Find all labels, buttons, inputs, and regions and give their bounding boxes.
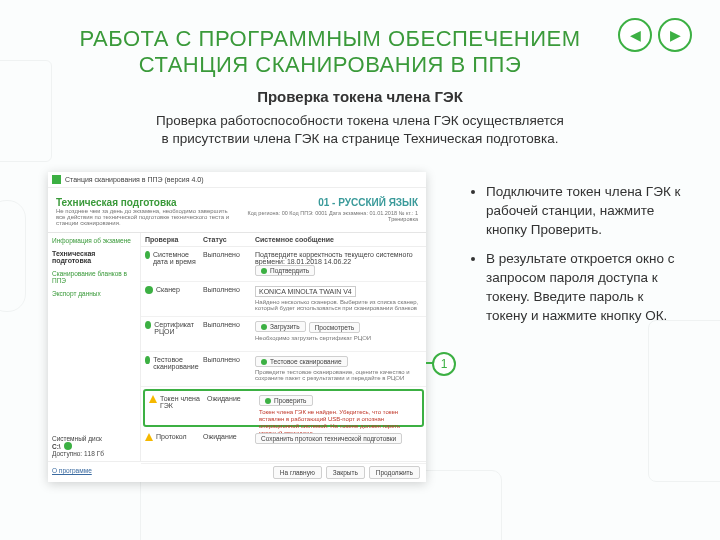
check-token-button[interactable]: Проверить bbox=[259, 395, 313, 406]
ok-icon bbox=[145, 286, 153, 294]
next-slide-button[interactable]: ▶ bbox=[658, 18, 692, 52]
continue-button[interactable]: Продолжить bbox=[369, 466, 420, 479]
warn-icon bbox=[145, 433, 153, 441]
sidebar-item-tech-active[interactable]: Техническая подготовка bbox=[52, 250, 136, 264]
home-button[interactable]: На главную bbox=[273, 466, 322, 479]
title-line-2: СТАНЦИЯ СКАНИРОВАНИЯ В ППЭ bbox=[139, 52, 521, 77]
slide-description: Проверка работоспособности токена члена … bbox=[0, 112, 720, 148]
row-protocol: Протокол Ожидание Сохранить протокол тех… bbox=[141, 429, 426, 464]
ok-icon bbox=[145, 356, 150, 364]
footer-bar: На главную Закрыть Продолжить bbox=[48, 461, 426, 483]
instruction-item: В результате откроется окно с запросом п… bbox=[486, 249, 686, 325]
window-titlebar: Станция сканирования в ППЭ (версия 4.0) bbox=[48, 172, 426, 188]
confirm-button[interactable]: Подтвердить bbox=[255, 265, 315, 276]
close-button[interactable]: Закрыть bbox=[326, 466, 365, 479]
disk-ok-icon bbox=[64, 442, 72, 450]
test-scan-button[interactable]: Тестовое сканирование bbox=[255, 356, 348, 367]
sidebar-item-scan[interactable]: Сканирование бланков в ППЭ bbox=[52, 270, 136, 284]
ok-icon bbox=[145, 321, 151, 329]
exam-info: Код региона: 00 Код ППЭ: 0001 Дата экзам… bbox=[236, 210, 418, 222]
page-subtitle: Не позднее чем за день до экзамена, необ… bbox=[56, 208, 236, 226]
row-test-scan: Тестовое сканирование Выполнено Тестовое… bbox=[141, 352, 426, 387]
title-line-1: РАБОТА С ПРОГРАММНЫМ ОБЕСПЕЧЕНИЕМ bbox=[79, 26, 580, 51]
page-title: Техническая подготовка bbox=[56, 197, 236, 208]
window-title: Станция сканирования в ППЭ (версия 4.0) bbox=[65, 176, 203, 183]
scanner-select[interactable]: KONICA MINOLTA TWAIN V4 bbox=[255, 286, 356, 297]
instruction-list: Подключите токен члена ГЭК к рабочей ста… bbox=[468, 182, 686, 335]
save-protocol-button[interactable]: Сохранить протокол технической подготовк… bbox=[255, 433, 402, 444]
about-link[interactable]: О программе bbox=[52, 467, 92, 474]
view-cert-button[interactable]: Просмотреть bbox=[309, 322, 360, 333]
app-icon bbox=[52, 175, 61, 184]
disk-info: Системный диск C:\ Доступно: 118 Гб bbox=[52, 435, 136, 457]
table-header: Проверка Статус Системное сообщение bbox=[141, 233, 426, 247]
app-screenshot: Станция сканирования в ППЭ (версия 4.0) … bbox=[48, 172, 426, 482]
prev-slide-button[interactable]: ◀ bbox=[618, 18, 652, 52]
row-scanner: Сканер Выполнено KONICA MINOLTA TWAIN V4… bbox=[141, 282, 426, 317]
instruction-item: Подключите токен члена ГЭК к рабочей ста… bbox=[486, 182, 686, 239]
subject-label: 01 - РУССКИЙ ЯЗЫК bbox=[236, 197, 418, 208]
row-datetime: Системное дата и время Выполнено Подтвер… bbox=[141, 247, 426, 282]
slide-title: РАБОТА С ПРОГРАММНЫМ ОБЕСПЕЧЕНИЕМ СТАНЦИ… bbox=[60, 26, 600, 78]
row-cert: Сертификат РЦОИ Выполнено ЗагрузитьПросм… bbox=[141, 317, 426, 352]
warn-icon bbox=[149, 395, 157, 403]
sidebar-item-info[interactable]: Информация об экзамене bbox=[52, 237, 136, 244]
callout-1: 1 bbox=[432, 352, 456, 376]
load-cert-button[interactable]: Загрузить bbox=[255, 321, 306, 332]
ok-icon bbox=[145, 251, 150, 259]
sidebar-item-export[interactable]: Экспорт данных bbox=[52, 290, 136, 297]
slide-subtitle: Проверка токена члена ГЭК bbox=[0, 88, 720, 105]
sidebar: Информация об экзамене Техническая подго… bbox=[48, 233, 141, 461]
row-token-highlight: Токен члена ГЭК Ожидание ПроверитьТокен … bbox=[143, 389, 424, 427]
